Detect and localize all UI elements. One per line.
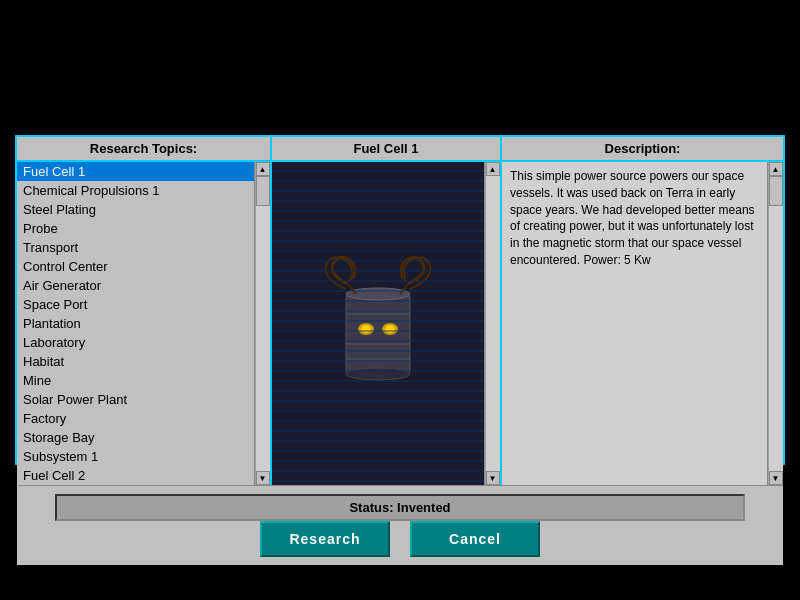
scroll-down-btn[interactable]: ▼ bbox=[256, 471, 270, 485]
list-item[interactable]: Fuel Cell 1 bbox=[17, 162, 254, 181]
list-item[interactable]: Control Center bbox=[17, 257, 254, 276]
description-header: Description: bbox=[502, 137, 783, 162]
research-dialog: Research Topics: Fuel Cell 1Chemical Pro… bbox=[15, 135, 785, 465]
right-panel: Description: This simple power source po… bbox=[502, 137, 783, 485]
list-item[interactable]: Steel Plating bbox=[17, 200, 254, 219]
bottom-section: Status: Invented Research Cancel bbox=[17, 486, 783, 565]
list-item[interactable]: Storage Bay bbox=[17, 428, 254, 447]
list-item[interactable]: Mine bbox=[17, 371, 254, 390]
scroll-up-btn[interactable]: ▲ bbox=[256, 162, 270, 176]
desc-wrapper: This simple power source powers our spac… bbox=[502, 162, 783, 485]
list-scrollbar[interactable]: ▲ ▼ bbox=[254, 162, 270, 485]
list-item[interactable]: Air Generator bbox=[17, 276, 254, 295]
item-name-header: Fuel Cell 1 bbox=[272, 137, 500, 162]
list-item[interactable]: Solar Power Plant bbox=[17, 390, 254, 409]
svg-point-2 bbox=[346, 368, 410, 380]
desc-scroll-up[interactable]: ▲ bbox=[769, 162, 783, 176]
left-panel: Research Topics: Fuel Cell 1Chemical Pro… bbox=[17, 137, 272, 485]
img-scroll-down[interactable]: ▼ bbox=[486, 471, 500, 485]
svg-point-6 bbox=[385, 325, 395, 333]
list-item[interactable]: Fuel Cell 2 bbox=[17, 466, 254, 485]
desc-scroll-down[interactable]: ▼ bbox=[769, 471, 783, 485]
fuel-cell-image bbox=[318, 254, 438, 394]
research-button[interactable]: Research bbox=[260, 521, 390, 557]
image-wrapper: ▲ ▼ bbox=[272, 162, 500, 485]
list-item[interactable]: Chemical Propulsions 1 bbox=[17, 181, 254, 200]
list-item[interactable]: Subsystem 1 bbox=[17, 447, 254, 466]
list-item[interactable]: Laboratory bbox=[17, 333, 254, 352]
list-item[interactable]: Space Port bbox=[17, 295, 254, 314]
list-item[interactable]: Habitat bbox=[17, 352, 254, 371]
list-container: Fuel Cell 1Chemical Propulsions 1Steel P… bbox=[17, 162, 270, 485]
middle-panel: Fuel Cell 1 bbox=[272, 137, 502, 485]
top-section: Research Topics: Fuel Cell 1Chemical Pro… bbox=[17, 137, 783, 486]
list-item[interactable]: Probe bbox=[17, 219, 254, 238]
list-item[interactable]: Transport bbox=[17, 238, 254, 257]
img-scroll-up[interactable]: ▲ bbox=[486, 162, 500, 176]
desc-scroll-track bbox=[769, 176, 783, 471]
description-text: This simple power source powers our spac… bbox=[502, 162, 767, 485]
status-bar: Status: Invented bbox=[55, 494, 744, 521]
svg-point-4 bbox=[361, 325, 371, 333]
list-item[interactable]: Plantation bbox=[17, 314, 254, 333]
image-scrollbar[interactable]: ▲ ▼ bbox=[484, 162, 500, 485]
button-row: Research Cancel bbox=[260, 521, 540, 557]
img-scroll-track bbox=[486, 176, 500, 471]
cancel-button[interactable]: Cancel bbox=[410, 521, 540, 557]
research-list[interactable]: Fuel Cell 1Chemical Propulsions 1Steel P… bbox=[17, 162, 254, 485]
status-text: Status: Invented bbox=[349, 500, 450, 515]
scroll-thumb[interactable] bbox=[256, 176, 270, 206]
desc-scroll-thumb[interactable] bbox=[769, 176, 783, 206]
research-topics-header: Research Topics: bbox=[17, 137, 270, 162]
desc-scrollbar[interactable]: ▲ ▼ bbox=[767, 162, 783, 485]
svg-rect-0 bbox=[346, 294, 410, 374]
item-image-area bbox=[272, 162, 484, 485]
list-item[interactable]: Factory bbox=[17, 409, 254, 428]
scroll-track bbox=[256, 176, 270, 471]
